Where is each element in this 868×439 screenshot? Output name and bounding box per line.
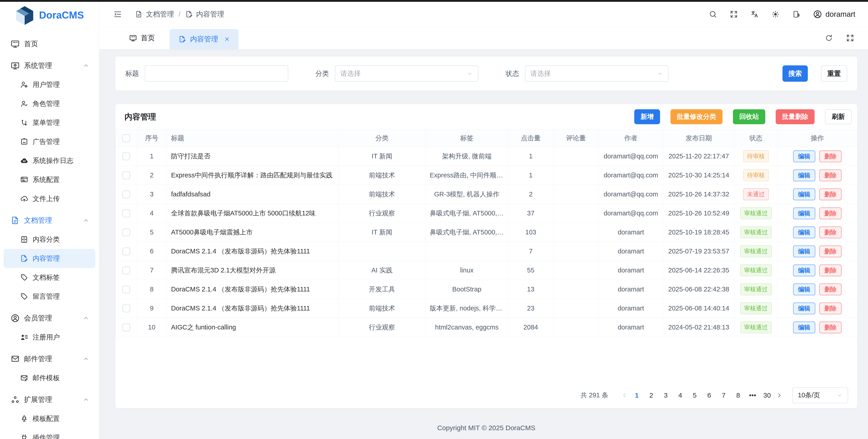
sidebar-item-documents[interactable]: 文档管理 — [4, 211, 95, 230]
user-menu[interactable]: doramart — [813, 9, 855, 19]
next-page-button[interactable] — [774, 390, 784, 400]
filter-category-group: 分类 请选择 — [315, 65, 478, 82]
page-number[interactable]: 2 — [647, 389, 656, 402]
collapse-sidebar-icon[interactable] — [113, 10, 122, 19]
prev-page-button[interactable] — [620, 390, 629, 400]
sidebar-item-label: 模板配置 — [33, 414, 60, 424]
delete-button[interactable]: 删除 — [819, 208, 841, 219]
row-checkbox[interactable] — [122, 286, 130, 293]
edit-button[interactable]: 编辑 — [793, 226, 815, 238]
cell-category: 行业观察 — [339, 204, 426, 223]
edit-button[interactable]: 编辑 — [793, 264, 815, 276]
breadcrumb-item-content[interactable]: 内容管理 — [185, 9, 224, 19]
page-number[interactable]: 1 — [632, 389, 642, 402]
sidebar-item-menus[interactable]: 菜单管理 — [4, 113, 95, 132]
delete-button[interactable]: 删除 — [819, 151, 841, 162]
tab-home[interactable]: 首页 — [127, 27, 157, 49]
skin-theme-icon[interactable] — [792, 10, 801, 19]
tab-content-management[interactable]: 内容管理 — [170, 29, 239, 49]
page-number[interactable]: 4 — [676, 389, 685, 402]
row-checkbox[interactable] — [122, 191, 130, 198]
row-checkbox[interactable] — [122, 210, 130, 217]
page-number[interactable]: 30 — [762, 389, 772, 402]
cell-comments — [554, 261, 599, 280]
column-header: 操作 — [777, 130, 857, 147]
delete-button[interactable]: 删除 — [819, 264, 841, 276]
app-logo[interactable]: DoraCMS — [0, 2, 99, 29]
cell-tags: linux — [426, 261, 508, 280]
row-checkbox[interactable] — [122, 323, 130, 331]
page-number[interactable]: 5 — [690, 389, 700, 402]
breadcrumb-item-documents[interactable]: 文档管理 — [135, 9, 174, 19]
sidebar-item-content-categories[interactable]: 内容分类 — [4, 230, 95, 249]
cell-date: 2025-06-08 22:42:38 — [663, 280, 735, 299]
delete-button[interactable]: 删除 — [819, 303, 841, 314]
sidebar-item-doc-tags[interactable]: 文档标签 — [4, 268, 95, 287]
category-filter-select[interactable]: 请选择 — [335, 65, 478, 82]
delete-button[interactable]: 删除 — [819, 246, 841, 257]
edit-button[interactable]: 编辑 — [793, 188, 815, 200]
edit-button[interactable]: 编辑 — [793, 151, 815, 162]
sidebar-item-members[interactable]: 会员管理 — [4, 309, 95, 328]
title-filter-input[interactable] — [145, 65, 288, 82]
row-checkbox[interactable] — [122, 305, 130, 312]
fullscreen-content-icon[interactable] — [846, 34, 855, 42]
fullscreen-icon[interactable] — [730, 10, 738, 19]
sidebar-item-file-upload[interactable]: 文件上传 — [4, 189, 95, 208]
recycle-bin-button[interactable]: 回收站 — [733, 109, 765, 124]
edit-button[interactable]: 编辑 — [793, 246, 815, 257]
edit-button[interactable]: 编辑 — [793, 321, 815, 333]
sidebar-item-mail[interactable]: 邮件管理 — [4, 349, 95, 368]
close-tab-icon[interactable] — [224, 36, 230, 42]
translate-icon[interactable] — [750, 10, 759, 19]
delete-button[interactable]: 删除 — [819, 284, 841, 295]
sidebar-item-users[interactable]: 用户管理 — [4, 75, 95, 94]
delete-button[interactable]: 删除 — [819, 321, 841, 333]
page-ellipsis[interactable]: ••• — [748, 389, 757, 402]
chevron-down-icon — [836, 392, 843, 399]
delete-button[interactable]: 删除 — [819, 188, 841, 200]
row-checkbox[interactable] — [122, 248, 130, 255]
sidebar-item-home[interactable]: 首页 — [4, 34, 95, 54]
edit-button[interactable]: 编辑 — [793, 303, 815, 314]
sidebar-item-system-config[interactable]: 系统配置 — [4, 170, 95, 189]
page-number[interactable]: 6 — [704, 389, 714, 402]
edit-button[interactable]: 编辑 — [793, 284, 815, 295]
edit-button[interactable]: 编辑 — [793, 208, 815, 219]
row-checkbox[interactable] — [122, 228, 130, 236]
theme-light-icon[interactable] — [771, 10, 780, 19]
sidebar-item-message-management[interactable]: 留言管理 — [4, 287, 95, 306]
reset-button[interactable]: 重置 — [821, 65, 847, 82]
row-checkbox[interactable] — [122, 171, 130, 179]
table-row: 1防守打法是否IT 新闻架构升级, 微前端1doramart@qq.com202… — [116, 147, 857, 166]
batch-delete-button[interactable]: 批量删除 — [776, 109, 815, 124]
status-filter-select[interactable]: 请选择 — [525, 65, 669, 82]
sidebar-item-extensions[interactable]: 扩展管理 — [4, 390, 95, 409]
search-button[interactable]: 搜索 — [782, 65, 808, 82]
sidebar-item-roles[interactable]: 角色管理 — [4, 94, 95, 113]
sidebar-item-ads[interactable]: 广告管理 — [4, 132, 95, 151]
sidebar-item-mail-templates[interactable]: 邮件模板 — [4, 368, 95, 387]
page-number[interactable]: 3 — [661, 389, 671, 402]
sidebar-item-system-logs[interactable]: 系统操作日志 — [4, 151, 95, 170]
row-checkbox[interactable] — [122, 153, 130, 160]
sidebar-item-template-config[interactable]: 模板配置 — [4, 409, 95, 428]
page-number[interactable]: 7 — [719, 389, 728, 402]
row-checkbox[interactable] — [122, 266, 130, 274]
page-number[interactable]: 8 — [733, 389, 743, 402]
batch-category-button[interactable]: 批量修改分类 — [671, 109, 722, 124]
refresh-tab-icon[interactable] — [825, 34, 833, 42]
delete-button[interactable]: 删除 — [819, 226, 841, 238]
add-button[interactable]: 新增 — [634, 109, 660, 124]
sidebar-item-system[interactable]: 系统管理 — [4, 56, 95, 75]
delete-button[interactable]: 删除 — [819, 169, 841, 181]
sidebar-item-content-management[interactable]: 内容管理 — [4, 249, 95, 268]
sidebar-item-plugin-management[interactable]: 插件管理 — [4, 428, 95, 439]
sidebar-item-registered-users[interactable]: 注册用户 — [4, 328, 95, 347]
refresh-button[interactable]: 刷新 — [825, 109, 852, 124]
edit-button[interactable]: 编辑 — [793, 169, 815, 181]
mail-edit-icon — [20, 374, 29, 382]
search-icon[interactable] — [709, 10, 717, 19]
select-all-checkbox[interactable] — [122, 134, 130, 142]
page-size-select[interactable]: 10条/页 — [793, 387, 848, 403]
